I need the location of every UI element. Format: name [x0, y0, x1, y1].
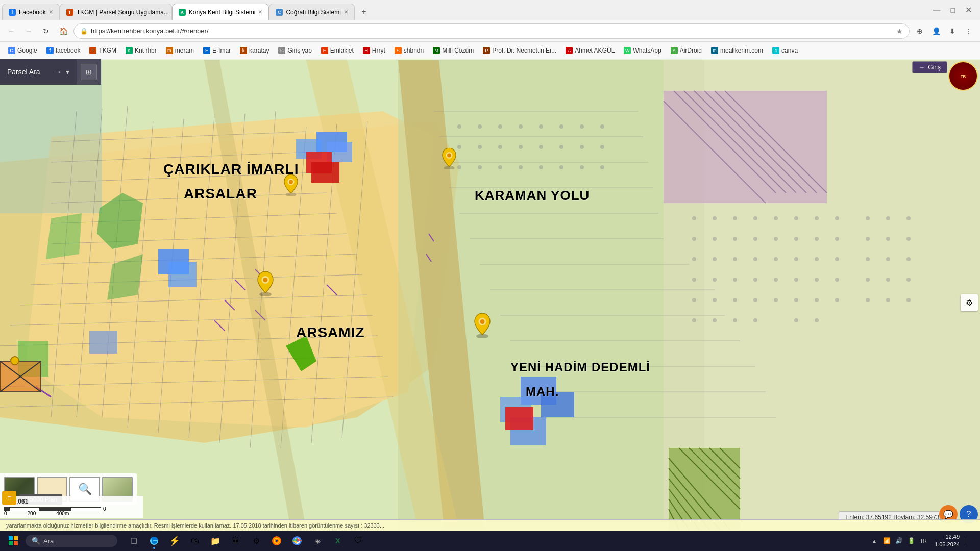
- tray-network[interactable]: 📶: [881, 536, 892, 546]
- taskbar-app-firefox[interactable]: [267, 532, 286, 550]
- bookmark-prof[interactable]: P Prof. Dr. Necmettin Er...: [479, 45, 560, 56]
- bookmark-giris[interactable]: G Giriş yap: [274, 45, 315, 56]
- tray-ime[interactable]: TR: [918, 536, 928, 546]
- address-bar[interactable]: 🔒 https://kentrehberi.konya.bel.tr/#/reh…: [74, 23, 910, 39]
- show-desktop[interactable]: [966, 536, 976, 546]
- taskbar-app-konya[interactable]: 🏛: [227, 532, 245, 550]
- map-login-button[interactable]: → Giriş: [912, 61, 947, 73]
- taskbar-app-chrome[interactable]: [288, 532, 306, 550]
- bookmark-hrryt-label: Hrryt: [372, 47, 385, 54]
- taskbar-app-excel[interactable]: X: [329, 532, 347, 550]
- scale-200: 200: [28, 511, 36, 516]
- svg-point-68: [815, 237, 819, 241]
- login-icon: →: [919, 64, 925, 71]
- svg-point-110: [886, 278, 890, 282]
- address-bar-row: ← → ↻ 🏠 🔒 https://kentrehberi.konya.bel.…: [0, 20, 980, 42]
- svg-rect-202: [14, 541, 18, 545]
- bookmark-karatay[interactable]: k karatay: [236, 45, 273, 56]
- tray-up-arrow[interactable]: ▲: [869, 536, 879, 546]
- tab-facebook-close[interactable]: ✕: [49, 9, 53, 15]
- bookmark-google[interactable]: G Google: [4, 45, 41, 56]
- home-button[interactable]: 🏠: [56, 24, 70, 38]
- tab-tkgm[interactable]: T TKGM | Parsel Sorgu Uygulama... ✕: [60, 4, 172, 20]
- bookmark-ahmet[interactable]: A Ahmet AKGÜL: [561, 45, 619, 56]
- bookmark-eimar[interactable]: E E-İmar: [199, 45, 235, 56]
- svg-point-71: [713, 257, 717, 261]
- tab-facebook[interactable]: f Facebook ✕: [2, 4, 60, 20]
- grid-tool-btn[interactable]: ⊞: [81, 64, 97, 80]
- layers-button[interactable]: ≡: [2, 491, 16, 505]
- tab-konya-close[interactable]: ✕: [258, 9, 262, 15]
- back-button[interactable]: ←: [4, 24, 18, 38]
- svg-point-103: [866, 237, 870, 241]
- taskbar-app-taskview[interactable]: ❑: [125, 532, 143, 550]
- menu-button[interactable]: ⋮: [962, 24, 976, 38]
- sidebar-dropdown-btn[interactable]: ▾: [66, 68, 69, 76]
- forward-button[interactable]: →: [21, 24, 36, 38]
- svg-rect-146: [541, 392, 574, 417]
- downloads-button[interactable]: ⬇: [945, 24, 960, 38]
- bookmark-star[interactable]: ★: [896, 27, 903, 35]
- karatay-favicon: k: [240, 47, 247, 54]
- sidebar-arrow-btn[interactable]: →: [55, 68, 62, 76]
- google-favicon: G: [8, 47, 15, 54]
- system-clock[interactable]: 12:49 1.06.2024: [930, 533, 964, 549]
- bookmark-millicozum[interactable]: M Milli Çözüm: [429, 45, 478, 56]
- bookmark-emlakjet[interactable]: E Emlakjet: [317, 45, 358, 56]
- settings-button[interactable]: ⚙: [961, 294, 978, 311]
- minimize-button[interactable]: ─: [929, 4, 944, 16]
- svg-rect-199: [9, 536, 13, 540]
- tray-battery[interactable]: 🔋: [906, 536, 916, 546]
- bookmark-kntrhbr[interactable]: K Knt rhbr: [121, 45, 161, 56]
- map-area[interactable]: Parsel Ara → ▾ ⊞ ÇARIKLAR İMARLI ARSALAR…: [0, 59, 980, 531]
- map-pin-2[interactable]: [441, 148, 457, 171]
- taskbar-app-terminal[interactable]: ◈: [308, 532, 327, 550]
- svg-point-64: [733, 237, 737, 241]
- shbndn-favicon: S: [395, 47, 402, 54]
- tray-volume[interactable]: 🔊: [894, 536, 904, 546]
- svg-rect-6: [664, 91, 827, 203]
- tab-cografi[interactable]: C Coğrafi Bilgi Sistemi ✕: [269, 4, 354, 20]
- extensions-button[interactable]: ⊕: [913, 24, 927, 38]
- close-button[interactable]: ✕: [961, 5, 976, 15]
- tab-konya[interactable]: K Konya Kent Bilgi Sistemi ✕: [172, 4, 270, 20]
- map-pin-4[interactable]: [473, 313, 492, 340]
- svg-point-137: [580, 165, 584, 169]
- taskbar-app-antivirus[interactable]: 🛡: [349, 532, 368, 550]
- windows-logo-icon: [9, 536, 18, 545]
- login-label: Giriş: [928, 64, 941, 71]
- svg-point-55: [713, 216, 717, 220]
- new-tab-button[interactable]: +: [357, 5, 371, 19]
- scale-bar: 1:17,061 0 0 200 400m: [0, 496, 143, 518]
- bookmark-meram[interactable]: m meram: [162, 45, 198, 56]
- tab-cografi-close[interactable]: ✕: [344, 9, 348, 15]
- svg-point-60: [815, 216, 819, 220]
- svg-point-195: [263, 278, 268, 282]
- bookmark-meali[interactable]: m mealikerim.com: [707, 45, 767, 56]
- settings-icon: ⚙: [966, 298, 973, 308]
- bookmark-tkgm[interactable]: T TKGM: [85, 45, 120, 56]
- bookmark-canva[interactable]: c canva: [768, 45, 802, 56]
- taskbar-app-store[interactable]: 🛍: [186, 532, 204, 550]
- bookmark-shbndn[interactable]: S shbndn: [390, 45, 428, 56]
- konya-logo-badge[interactable]: TR: [948, 61, 978, 91]
- windows-start-button[interactable]: [4, 532, 22, 550]
- taskbar-search-icon: 🔍: [32, 537, 40, 545]
- taskbar-app-explorer[interactable]: 📁: [206, 532, 225, 550]
- reload-button[interactable]: ↻: [39, 24, 53, 38]
- bookmark-airdroid[interactable]: A AirDroid: [667, 45, 706, 56]
- bookmark-whatsapp[interactable]: W WhatsApp: [620, 45, 665, 56]
- meali-favicon: m: [711, 47, 718, 54]
- bookmark-facebook[interactable]: f facebook: [42, 45, 85, 56]
- taskbar-app-settings[interactable]: ⚙: [247, 532, 265, 550]
- maximize-button[interactable]: □: [947, 6, 959, 14]
- profile-button[interactable]: 👤: [929, 24, 943, 38]
- taskbar-search-box[interactable]: 🔍 Ara: [26, 535, 117, 547]
- map-pin-3[interactable]: [256, 271, 275, 298]
- map-pin-1[interactable]: [283, 174, 299, 198]
- taskbar-app-edge[interactable]: [145, 532, 163, 550]
- taskbar-search-placeholder: Ara: [43, 537, 54, 545]
- svg-point-63: [713, 237, 717, 241]
- taskbar-app-lightning[interactable]: ⚡: [165, 532, 184, 550]
- bookmark-hrryt[interactable]: H Hrryt: [359, 45, 389, 56]
